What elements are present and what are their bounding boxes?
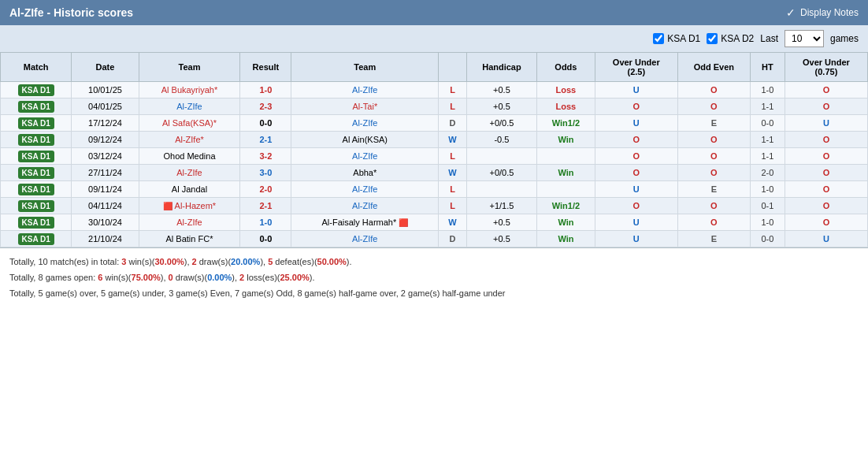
ou-value: O — [633, 102, 640, 111]
team1-cell: Al-ZIfe — [139, 165, 240, 181]
team1-name: Al-ZIfe — [176, 168, 202, 177]
ou-value: U — [633, 118, 640, 128]
col-ou25: Over Under(2.5) — [595, 53, 677, 82]
handicap-cell — [466, 181, 536, 198]
league-cell: KSA D1 — [1, 198, 72, 214]
team2-cell: Al-ZIfe — [291, 115, 439, 132]
odds-value: Win — [558, 168, 573, 177]
team2-name: Al Ain(KSA) — [343, 135, 388, 144]
odds-cell: Win1/2 — [537, 198, 595, 214]
odds-cell: Loss — [537, 82, 595, 99]
team1-name: Ohod Medina — [163, 151, 215, 161]
page-header: Al-ZIfe - Historic scores ✓ Display Note… — [0, 0, 868, 25]
page-title: Al-ZIfe - Historic scores — [9, 6, 133, 19]
date-cell: 27/11/24 — [72, 165, 139, 181]
odds-value: Win — [558, 234, 573, 244]
ht-ou-value: O — [823, 168, 830, 177]
handicap-cell: +0/0.5 — [466, 115, 536, 132]
ou-value: O — [633, 168, 640, 177]
odds-cell — [537, 148, 595, 165]
date-cell: 04/01/25 — [72, 99, 139, 115]
team1-cell: Al Batin FC* — [139, 231, 240, 247]
table-row: KSA D121/10/24Al Batin FC*0-0Al-ZIfeD+0.… — [1, 231, 868, 247]
team2-name: Abha* — [353, 168, 377, 177]
ht-ou-value: O — [823, 218, 830, 227]
ksa-d1-filter[interactable]: KSA D1 — [653, 33, 700, 44]
team2-name: Al-ZIfe — [352, 85, 377, 95]
col-match: Match — [1, 53, 72, 82]
odds-value: Win — [558, 218, 573, 227]
date-cell: 21/10/24 — [72, 231, 139, 247]
oe-value: O — [710, 151, 718, 161]
league-badge: KSA D1 — [18, 184, 54, 195]
summary-section: Totally, 10 match(es) in total: 3 win(s)… — [0, 247, 868, 307]
handicap-cell: +1/1.5 — [466, 198, 536, 214]
ou-cell: O — [595, 148, 677, 165]
main-container: Al-ZIfe - Historic scores ✓ Display Note… — [0, 0, 868, 307]
league-badge: KSA D1 — [18, 117, 54, 129]
result-cell: 2-1 — [240, 132, 291, 148]
table-row: KSA D130/10/24Al-ZIfe1-0Al-Faisaly Harma… — [1, 214, 868, 231]
ht-cell: 2-0 — [750, 165, 785, 181]
ht-cell: 1-0 — [750, 214, 785, 231]
ht-ou-value: O — [823, 85, 830, 95]
odds-value: Loss — [556, 85, 577, 95]
ht-ou-cell: O — [785, 165, 867, 181]
s1-pre: Totally, — [9, 257, 38, 266]
table-row: KSA D127/11/24Al-ZIfe3-0Abha*W+0/0.5WinO… — [1, 165, 868, 181]
odds-cell: Win — [537, 132, 595, 148]
date-cell: 30/10/24 — [72, 214, 139, 231]
team2-cell: Al-Tai* — [291, 99, 439, 115]
outcome-cell: W — [439, 132, 467, 148]
ht-ou-cell: O — [785, 148, 867, 165]
result-cell: 2-1 — [240, 198, 291, 214]
oe-cell: O — [677, 148, 750, 165]
col-spacer — [439, 53, 467, 82]
ht-ou-value: O — [823, 184, 830, 194]
league-cell: KSA D1 — [1, 99, 72, 115]
league-badge: KSA D1 — [18, 134, 54, 146]
date-cell: 09/11/24 — [72, 181, 139, 198]
team2-name: Al-ZIfe — [352, 201, 377, 210]
ksa-d2-filter[interactable]: KSA D2 — [707, 33, 754, 44]
result-cell: 0-0 — [240, 231, 291, 247]
ht-ou-cell: O — [785, 198, 867, 214]
s1-m3: ), — [260, 257, 268, 266]
team1-cell: Al Safa(KSA)* — [139, 115, 240, 132]
table-row: KSA D117/12/24Al Safa(KSA)*0-0Al-ZIfeD+0… — [1, 115, 868, 132]
odds-cell: Win — [537, 231, 595, 247]
ksa-d2-checkbox[interactable] — [707, 33, 718, 44]
s1-win-label: win(s)( — [126, 257, 154, 266]
outcome-cell: D — [439, 231, 467, 247]
s1-draw-label: draw(s)( — [197, 257, 231, 266]
outcome-value: L — [450, 151, 455, 161]
team1-cell: 🟥 Al-Hazem* — [139, 198, 240, 214]
team2-cell: Al-ZIfe — [291, 231, 439, 247]
games-select[interactable]: 10 20 30 — [785, 30, 824, 47]
oe-value: O — [710, 102, 718, 111]
ht-ou-cell: O — [785, 99, 867, 115]
team1-cell: Ohod Medina — [139, 148, 240, 165]
last-label: Last — [760, 33, 778, 44]
ou-cell: O — [595, 132, 677, 148]
team1-name: Al Bukayriyah* — [161, 85, 218, 95]
oe-value: O — [710, 201, 718, 210]
oe-value: E — [711, 184, 717, 194]
outcome-value: L — [450, 102, 455, 111]
ksa-d1-checkbox[interactable] — [653, 33, 664, 44]
league-cell: KSA D1 — [1, 181, 72, 198]
s2-loss-pct: 25.00% — [280, 273, 309, 282]
s1-total: 10 — [38, 257, 47, 266]
s1-defeat-pct: 50.00% — [317, 257, 347, 266]
ksa-d2-label: KSA D2 — [721, 33, 754, 44]
team1-name: Al-ZIfe* — [175, 135, 204, 144]
team1-cell: Al-ZIfe — [139, 214, 240, 231]
display-notes-label: Display Notes — [800, 7, 859, 18]
ht-ou-value: U — [823, 118, 829, 128]
team1-name: Al Batin FC* — [166, 234, 213, 244]
handicap-cell — [466, 148, 536, 165]
team2-cell: Al-ZIfe — [291, 148, 439, 165]
oe-cell: O — [677, 214, 750, 231]
oe-cell: E — [677, 181, 750, 198]
table-row: KSA D110/01/25Al Bukayriyah*1-0Al-ZIfeL+… — [1, 82, 868, 99]
